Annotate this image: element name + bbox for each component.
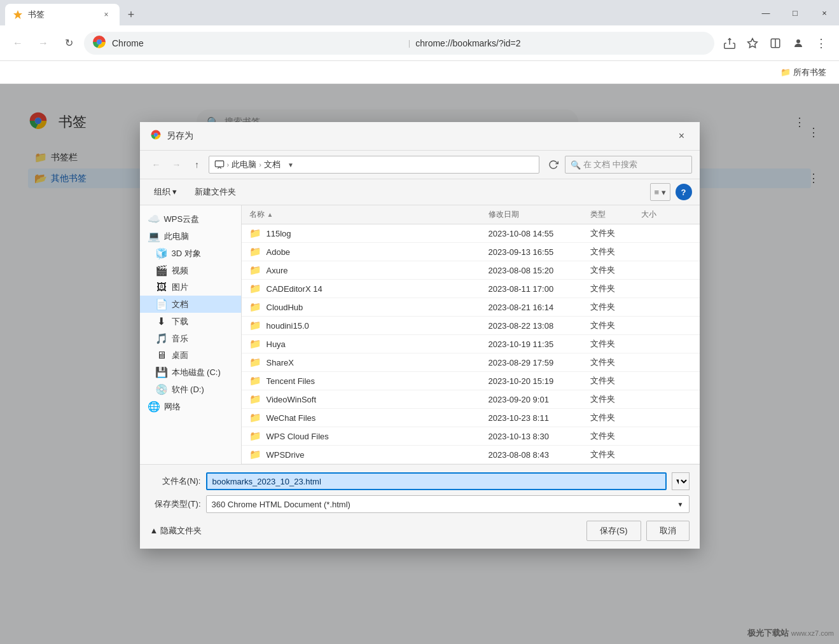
filetype-label: 保存类型(T): bbox=[150, 498, 201, 510]
file-type: 文件夹 bbox=[590, 264, 641, 276]
bookmark-star-button[interactable] bbox=[742, 33, 763, 53]
file-name: 📁 WPS Cloud Files bbox=[249, 430, 489, 442]
folder-icon: 📁 bbox=[249, 375, 261, 387]
sidebar-wps-cloud[interactable]: ☁️ WPS云盘 bbox=[140, 210, 241, 228]
file-name: 📁 CloudHub bbox=[249, 301, 489, 313]
col-type[interactable]: 类型 bbox=[590, 209, 641, 220]
split-view-button[interactable] bbox=[765, 33, 786, 53]
folder-icon: 📁 bbox=[249, 338, 261, 350]
col-size[interactable]: 大小 bbox=[641, 209, 692, 220]
table-row[interactable]: 📁 WeChat Files 2023-10-23 8:11 文件夹 bbox=[242, 409, 700, 427]
table-row[interactable]: 📁 Tencent Files 2023-10-20 15:19 文件夹 bbox=[242, 372, 700, 390]
file-name: 📁 ShareX bbox=[249, 357, 489, 368]
back-button[interactable]: ← bbox=[8, 33, 28, 53]
forward-button[interactable]: → bbox=[33, 33, 53, 53]
help-button[interactable]: ? bbox=[676, 184, 692, 200]
dialog-search-box[interactable]: 🔍 在 文档 中搜索 bbox=[565, 156, 692, 174]
sidebar-this-pc[interactable]: 💻 此电脑 bbox=[140, 228, 241, 245]
profile-button[interactable] bbox=[788, 33, 808, 53]
sidebar-local-c[interactable]: 💾 本地磁盘 (C:) bbox=[140, 364, 241, 381]
sidebar-videos[interactable]: 🎬 视频 bbox=[140, 262, 241, 279]
breadcrumb-sep-2: › bbox=[259, 161, 261, 168]
sidebar-local-d[interactable]: 💿 软件 (D:) bbox=[140, 381, 241, 398]
table-row[interactable]: 📁 CloudHub 2023-08-21 16:14 文件夹 bbox=[242, 298, 700, 317]
new-tab-button[interactable]: + bbox=[122, 6, 140, 24]
folder-icon: 📁 bbox=[249, 412, 261, 423]
organize-button[interactable]: 组织 ▾ bbox=[148, 184, 184, 200]
file-date: 2023-10-13 8:30 bbox=[489, 432, 590, 441]
sidebar-3d-objects[interactable]: 🧊 3D 对象 bbox=[140, 245, 241, 262]
filename-input[interactable] bbox=[206, 472, 667, 490]
toolbar-refresh-button[interactable] bbox=[544, 156, 562, 174]
file-date: 2023-08-22 13:08 bbox=[489, 321, 590, 331]
video-icon: 🎬 bbox=[155, 264, 168, 277]
view-button[interactable]: ≡ ▾ bbox=[650, 183, 670, 201]
file-date: 2023-09-13 16:55 bbox=[489, 247, 590, 257]
dialog-up-button[interactable]: ↑ bbox=[188, 156, 206, 174]
col-date[interactable]: 修改日期 bbox=[489, 209, 590, 220]
file-type: 文件夹 bbox=[590, 357, 641, 368]
table-row[interactable]: 📁 Axure 2023-08-08 15:20 文件夹 bbox=[242, 261, 700, 280]
table-row[interactable]: 📁 Adobe 2023-09-13 16:55 文件夹 bbox=[242, 243, 700, 261]
file-name: 📁 CADEditorX 14 bbox=[249, 283, 489, 294]
save-button[interactable]: 保存(S) bbox=[586, 521, 641, 541]
breadcrumb-item-2[interactable]: 文档 bbox=[264, 159, 281, 170]
close-button[interactable]: × bbox=[810, 0, 839, 25]
sidebar-documents[interactable]: 📄 文档 bbox=[140, 296, 241, 313]
file-type: 文件夹 bbox=[590, 338, 641, 350]
folder-icon: 📁 bbox=[249, 320, 261, 331]
dialog-chrome-icon bbox=[150, 129, 162, 143]
sidebar-downloads[interactable]: ⬇ 下载 bbox=[140, 313, 241, 330]
sidebar-music[interactable]: 🎵 音乐 bbox=[140, 330, 241, 347]
dialog-close-button[interactable]: × bbox=[674, 128, 690, 144]
dialog-forward-button[interactable]: → bbox=[168, 156, 186, 174]
active-tab[interactable]: 书签 × bbox=[5, 4, 120, 25]
browser-menu-button[interactable]: ⋮ bbox=[811, 33, 831, 53]
filename-label: 文件名(N): bbox=[150, 476, 201, 487]
nav-bar: ← → ↻ Chrome | chrome://bookmarks/?id=2 bbox=[0, 25, 839, 61]
new-folder-button[interactable]: 新建文件夹 bbox=[188, 184, 242, 200]
all-bookmarks-item[interactable]: 📁 所有书签 bbox=[775, 64, 831, 81]
filetype-row: 保存类型(T): 360 Chrome HTML Document (*.htm… bbox=[150, 495, 690, 513]
dialog-search-placeholder: 在 文档 中搜索 bbox=[583, 159, 637, 170]
table-row[interactable]: 📁 Huya 2023-10-19 11:35 文件夹 bbox=[242, 335, 700, 353]
minimize-button[interactable]: — bbox=[751, 0, 780, 25]
tab-close-button[interactable]: × bbox=[101, 9, 112, 20]
table-row[interactable]: 📁 VideoWinSoft 2023-09-20 9:01 文件夹 bbox=[242, 390, 700, 409]
file-type: 文件夹 bbox=[590, 320, 641, 331]
hide-folders-button[interactable]: ▲ 隐藏文件夹 bbox=[150, 525, 202, 537]
svg-point-1 bbox=[97, 39, 102, 45]
table-row[interactable]: 📁 WPS Cloud Files 2023-10-13 8:30 文件夹 bbox=[242, 427, 700, 446]
table-row[interactable]: 📁 ShareX 2023-08-29 17:59 文件夹 bbox=[242, 353, 700, 372]
refresh-button[interactable]: ↻ bbox=[59, 33, 79, 53]
table-row[interactable]: 📁 115log 2023-10-08 14:55 文件夹 bbox=[242, 224, 700, 243]
col-name[interactable]: 名称 ▲ bbox=[249, 209, 489, 220]
address-bar[interactable]: Chrome | chrome://bookmarks/?id=2 bbox=[84, 32, 714, 55]
file-name: 📁 Adobe bbox=[249, 246, 489, 257]
desktop-icon: 🖥 bbox=[155, 350, 168, 361]
cancel-button[interactable]: 取消 bbox=[646, 521, 690, 541]
svg-marker-0 bbox=[13, 10, 22, 19]
table-row[interactable]: 📁 houdini15.0 2023-08-22 13:08 文件夹 bbox=[242, 317, 700, 335]
file-name: 📁 houdini15.0 bbox=[249, 320, 489, 331]
breadcrumb-item-1[interactable]: 此电脑 bbox=[232, 159, 256, 170]
file-list-container: ☁️ WPS云盘 💻 此电脑 🧊 3D 对象 🎬 bbox=[140, 205, 700, 464]
bookmarks-bar: 📁 所有书签 bbox=[0, 61, 839, 84]
breadcrumb-bar[interactable]: › 此电脑 › 文档 ▼ bbox=[209, 156, 539, 174]
sidebar-network[interactable]: 🌐 网络 bbox=[140, 398, 241, 415]
filename-dropdown[interactable]: ▼ bbox=[672, 472, 690, 490]
filetype-value: 360 Chrome HTML Document (*.html) bbox=[212, 500, 350, 509]
file-date: 2023-08-11 17:00 bbox=[489, 284, 590, 294]
tab-favicon bbox=[13, 10, 23, 20]
filetype-select[interactable]: 360 Chrome HTML Document (*.html) ▼ bbox=[206, 495, 690, 513]
breadcrumb-dropdown[interactable]: ▼ bbox=[283, 161, 298, 168]
table-row[interactable]: 📁 WPSDrive 2023-08-08 8:43 文件夹 bbox=[242, 446, 700, 464]
dialog-back-button[interactable]: ← bbox=[148, 156, 165, 174]
sidebar-desktop[interactable]: 🖥 桌面 bbox=[140, 347, 241, 364]
maximize-button[interactable]: □ bbox=[780, 0, 810, 25]
share-button[interactable] bbox=[719, 33, 740, 53]
sidebar-pictures[interactable]: 🖼 图片 bbox=[140, 279, 241, 296]
table-row[interactable]: 📁 CADEditorX 14 2023-08-11 17:00 文件夹 bbox=[242, 280, 700, 298]
computer-icon bbox=[214, 160, 225, 170]
disk-c-icon: 💾 bbox=[155, 366, 168, 378]
